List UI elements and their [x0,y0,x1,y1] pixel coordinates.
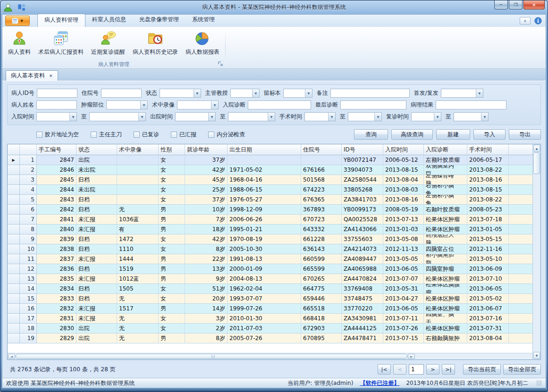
grid-cell[interactable]: 归档 [76,234,117,244]
table-row[interactable]: 52843归档女37岁1976-05-27676365ZA38417032013… [8,195,532,205]
grid-cell[interactable]: 2013-05-15 [467,234,509,244]
grid-cell[interactable]: 10岁 [185,205,228,215]
grid-cell[interactable]: 2013-08-22 [467,195,509,205]
grid-cell[interactable]: 2013-04-27 [383,294,424,304]
grid-cell[interactable]: 1472 [117,234,159,244]
patient-id-input[interactable] [37,89,77,98]
last-page-button[interactable]: >| [442,364,455,375]
grid-cell[interactable]: 1444 [117,254,159,264]
grid-cell[interactable]: 668418 [301,314,342,324]
grid-cell[interactable]: 2013-07-15 [383,334,424,343]
grid-cell[interactable]: 无 [117,294,159,304]
grid-cell[interactable]: 1998-12-09 [228,205,301,215]
grid-cell[interactable]: 松果体区肿瘤 [424,225,467,234]
grid-cell[interactable]: 女 [159,294,185,304]
grid-cell[interactable]: 松果体区肿瘤 [424,324,467,334]
grid-cell[interactable]: 2846 [37,165,76,175]
chevron-down-icon[interactable]: ▼ [374,113,381,121]
grid-column-header-入院诊断[interactable]: 入院诊断 [424,144,467,155]
grid-cell[interactable]: 2835 [37,274,76,284]
grid-cell[interactable]: ZA4478471 [342,334,383,343]
previous-page-button[interactable]: < [393,364,406,375]
grid-cell[interactable]: ZA3430981 [342,314,383,324]
grid-column-header-住院号[interactable]: 住院号 [301,144,342,155]
grid-column-header-手术时间[interactable]: 手术时间 [467,144,509,155]
grid-cell[interactable]: 7岁 [185,215,228,225]
grid-cell[interactable]: 2岁 [185,324,228,334]
grid-cell[interactable] [117,175,159,185]
grid-cell[interactable]: 1976-05-27 [228,195,301,205]
tumor-site-combo[interactable]: ▼ [106,100,148,109]
grid-column-header-状态[interactable]: 状态 [76,144,117,155]
grid-cell[interactable]: 660599 [301,254,342,264]
next-page-button[interactable]: > [426,364,439,375]
grid-cell[interactable]: 25岁 [185,185,228,195]
grid-cell[interactable]: 501568 [301,175,342,185]
grid-cell[interactable]: 665599 [301,264,342,274]
ribbon-button-近期复诊提醒[interactable]: 近期复诊提醒 [87,28,129,60]
grid-cell[interactable]: 归档 [76,205,117,215]
table-row[interactable]: 22846未出院女42岁1971-05-02676166339040732013… [8,165,532,175]
application-menu-button[interactable]: ▼ [5,16,30,26]
intraop-video-combo[interactable]: ▼ [177,100,219,109]
table-row[interactable]: 92839归档1472女42岁1970-08-19661228337556032… [8,234,532,244]
grid-cell[interactable]: 33770220 [342,304,383,314]
grid-cell[interactable]: YB0072147 [342,155,383,165]
chevron-down-icon[interactable]: ▼ [481,113,488,121]
grid-cell[interactable]: 2013-08-04 [467,334,509,343]
grid-cell[interactable]: 右额颞脑脓肿 [424,334,467,343]
grid-cell[interactable]: 四脑室、脑干... [424,314,467,324]
grid-cell[interactable]: 四脑室占位 [424,244,467,254]
grid-cell[interactable]: 636143 [301,244,342,254]
help-info-button[interactable] [534,17,542,25]
status-combo[interactable]: ▼ [160,89,201,98]
grid-cell[interactable]: 松果体区肿瘤 [424,304,467,314]
discharge-date-from-combo[interactable]: ▼ [175,112,216,121]
grid-cell[interactable]: 2013-06-05 [467,284,509,294]
grid-cell[interactable]: 左额叶胶质瘤 [424,155,467,165]
grid-cell[interactable]: 2013-05-08 [383,234,424,244]
grid-cell[interactable] [301,155,342,165]
endocrine-exam-checkbox[interactable] [208,132,214,138]
revisited-checkbox[interactable] [134,132,140,138]
grid-cell[interactable]: 无 [117,324,159,334]
grid-cell[interactable]: 未汇报 [76,215,117,225]
grid-cell[interactable]: 出院 [76,155,117,165]
grid-cell[interactable]: YB0099173 [342,205,383,215]
horizontal-scroll-thumb[interactable] [16,354,407,359]
grid-cell[interactable]: 男 [159,264,185,274]
grid-cell[interactable]: 1962-02-04 [228,284,301,294]
tab-patient-basic-info[interactable]: 病人基本资料 ✕ [6,70,58,81]
table-row[interactable]: 152833归档无女20岁1993-07-0765944633748475201… [8,294,532,304]
grid-cell[interactable]: 2013-06-05 [383,304,424,314]
chief-surgeon-checkbox[interactable] [91,132,97,138]
table-row[interactable]: 32845归档女45岁1968-04-16501568ZA25805442013… [8,175,532,185]
grid-cell[interactable]: 2831 [37,314,76,324]
grid-cell[interactable]: 未汇报 [76,274,117,284]
software-registered-link[interactable]: 【软件已注册】 [360,379,399,387]
resize-grip[interactable] [537,381,542,386]
new-button[interactable]: 新建 [436,129,470,140]
grid-cell[interactable]: 676365 [301,195,342,205]
grid-cell[interactable]: 女 [159,155,185,165]
grid-cell[interactable]: 18岁 [185,225,228,234]
grid-cell[interactable]: 归档 [76,195,117,205]
grid-cell[interactable]: 2830 [37,324,76,334]
grid-cell[interactable]: 1517 [117,304,159,314]
grid-cell[interactable]: 女 [159,314,185,324]
grid-cell[interactable]: 未汇报 [76,314,117,324]
chevron-down-icon[interactable]: ▼ [305,89,312,97]
grid-cell[interactable]: 1993-07-07 [228,294,301,304]
grid-column-header-ID号[interactable]: ID号 [342,144,383,155]
grid-cell[interactable]: 归档 [76,264,117,274]
grid-cell[interactable]: 男 [159,225,185,234]
remarks-input[interactable] [330,89,410,98]
maximize-button[interactable]: ❐ [509,0,523,9]
grid-cell[interactable]: 归档 [76,244,117,254]
grid-cell[interactable]: 42岁 [185,165,228,175]
grid-cell[interactable]: 2010-01-30 [228,314,301,324]
grid-cell[interactable]: 676166 [301,165,342,175]
grid-cell[interactable]: 2013-06-05 [383,264,424,274]
table-row[interactable]: 192829出院无男8岁2005-07-26670895ZA4478471201… [8,334,532,343]
grid-column-header-就诊年龄[interactable]: 就诊年龄 [185,144,228,155]
